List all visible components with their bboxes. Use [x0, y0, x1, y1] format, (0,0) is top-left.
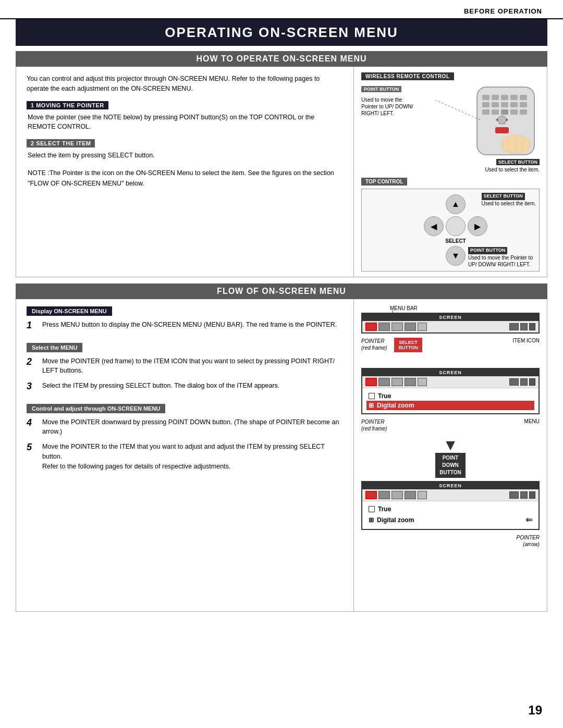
step1-badge: 1 MOVING THE POINTER	[27, 101, 108, 109]
top-point-button-label: POINT BUTTON	[468, 247, 507, 254]
pointer-label-1: POINTER(red frame)	[361, 338, 387, 351]
menu-icon-3-right-1	[509, 491, 519, 499]
point-down-label: POINTDOWNBUTTON	[435, 453, 465, 478]
main-title: OPERATING ON-SCREEN MENU	[16, 19, 547, 46]
menu-icon-3	[391, 323, 403, 331]
svg-rect-9	[510, 102, 518, 107]
menu-icon-3-4	[405, 491, 416, 499]
menu-icon-2-selected	[365, 378, 377, 386]
section2-header: FLOW OF ON-SCREEN MENU	[16, 283, 547, 299]
operate-left: You can control and adjust this projecto…	[16, 67, 354, 277]
svg-rect-15	[520, 109, 527, 115]
step1-content: Press MENU button to display the ON-SCRE…	[42, 320, 337, 331]
select-btn-box-1[interactable]: SELECTBUTTON	[394, 338, 422, 352]
step2-content: Move the POINTER (red frame) to the ITEM…	[42, 356, 343, 376]
point-button-label: POINT BUTTON	[361, 86, 401, 92]
screen-box-1: SCREEN	[361, 313, 540, 334]
step1-text: Move the pointer (see the NOTE below) by…	[27, 113, 343, 132]
svg-rect-2	[492, 95, 499, 100]
operate-intro: You can control and adjust this projecto…	[27, 74, 343, 94]
step2-num: 2	[27, 356, 37, 376]
zoom-icon-2: ⊞	[369, 516, 374, 524]
item-icon-label: ITEM ICON	[512, 338, 540, 343]
screen-header-3: SCREEN	[362, 482, 538, 489]
screen-menu-bar-3	[362, 489, 538, 501]
svg-line-27	[435, 100, 480, 120]
step4-content: Move the POINTER downward by pressing PO…	[42, 417, 343, 437]
flow-body: Display ON-SCREEN MENU 1 Press MENU butt…	[16, 299, 547, 612]
step-adjust: 5 Move the POINTER to the ITEM that you …	[27, 442, 343, 471]
operate-body: You can control and adjust this projecto…	[16, 67, 547, 277]
up-button[interactable]: ▲	[446, 194, 466, 214]
display-badge: Display ON-SCREEN MENU	[27, 306, 112, 316]
screen-header-1: SCREEN	[362, 314, 538, 321]
section1-header: HOW TO OPERATE ON-SCREEN MENU	[16, 51, 547, 67]
menu-icon-right-3	[529, 323, 535, 330]
menu-icon-2-4	[405, 378, 416, 386]
top-control-label: TOP CONTROL	[361, 178, 407, 186]
svg-rect-14	[510, 109, 518, 115]
top-point-button-desc: Used to move the Pointer to UP/ DOWN/ RI…	[468, 255, 533, 267]
menu-icon-2-2	[378, 378, 390, 386]
page-number: 19	[528, 703, 542, 718]
point-down-section: ▼ POINTDOWNBUTTON	[361, 437, 540, 478]
operate-right: WIRELESS REMOTE CONTROL POINT BUTTON Use…	[354, 67, 547, 277]
menu-icon-3-selected	[365, 491, 377, 499]
select-button-annotation-label: SELECT BUTTON	[496, 159, 540, 165]
svg-rect-12	[492, 109, 499, 115]
select-button-desc: Used to select the item.	[485, 167, 540, 172]
control-adjust-badge: Control and adjust through ON-SCREEN MEN…	[27, 404, 165, 413]
svg-rect-11	[482, 109, 489, 115]
note-text: NOTE :The Pointer is the icon on the ON-…	[27, 168, 343, 189]
screen-menu-bar-1	[362, 321, 538, 332]
pointer-arrow-label: POINTER(arrow)	[517, 534, 540, 548]
menu-icon-2-3	[391, 378, 403, 386]
remote-illustration	[435, 84, 540, 163]
left-button[interactable]: ◀	[424, 216, 444, 236]
menu-icon-3-right-2	[520, 491, 528, 499]
svg-rect-13	[501, 109, 508, 115]
before-operation-header: BEFORE OPERATION	[0, 0, 563, 19]
select-center-button[interactable]	[446, 216, 466, 236]
screen-header-2: SCREEN	[362, 369, 538, 376]
top-select-button-desc: Used to select the item.	[482, 201, 536, 206]
svg-rect-6	[482, 102, 489, 107]
step1-num: 1	[27, 320, 37, 331]
svg-rect-3	[501, 95, 508, 100]
top-select-button-label: SELECT BUTTON	[482, 193, 525, 200]
menu-icon-5	[418, 323, 427, 331]
wireless-label: WIRELESS REMOTE CONTROL	[361, 72, 454, 80]
step5-content: Move the POINTER to the ITEM that you wa…	[42, 442, 343, 471]
down-arrow: ▼	[361, 437, 540, 453]
pointer-arrow-icon: ⇐	[525, 515, 532, 525]
svg-rect-5	[520, 95, 527, 100]
zoom-icon: ⊞	[369, 402, 374, 409]
menu-icon-3-right-3	[529, 491, 535, 499]
dialog-item-true-2: True	[366, 504, 534, 514]
screen-menu-bar-2	[362, 376, 538, 388]
menu-icon-2	[378, 323, 390, 331]
menu-icon-2-right-1	[509, 378, 519, 386]
flow-right: MENU BAR SCREEN	[354, 299, 547, 611]
menu-icon-3-3	[391, 491, 403, 499]
checkbox-true	[369, 393, 375, 399]
menu-icon-right-2	[520, 323, 528, 330]
down-button[interactable]: ▼	[446, 246, 466, 266]
step-display: 1 Press MENU button to display the ON-SC…	[27, 320, 343, 331]
menu-icon-right-1	[509, 323, 519, 330]
svg-rect-24	[510, 134, 515, 152]
menu-label-2: MENU	[524, 418, 540, 424]
svg-rect-26	[523, 139, 529, 152]
top-control-section: TOP CONTROL ▲ ◀ ▶ SELECT ▼	[361, 177, 540, 272]
step-select-item: 3 Select the ITEM by pressing SELECT but…	[27, 381, 343, 392]
menu-icon-3-2	[378, 491, 390, 499]
top-control-area: ▲ ◀ ▶ SELECT ▼ SELECT BUTTON Used to	[361, 189, 540, 272]
step-move-pointer: 4 Move the POINTER downward by pressing …	[27, 417, 343, 437]
right-button[interactable]: ▶	[468, 216, 487, 236]
svg-rect-25	[517, 137, 522, 152]
svg-rect-1	[482, 95, 489, 100]
menu-icon-3-5	[418, 491, 427, 499]
checkbox-true-2	[369, 506, 375, 512]
step3-num: 3	[27, 381, 37, 392]
dialog-item-true: True	[366, 391, 534, 401]
